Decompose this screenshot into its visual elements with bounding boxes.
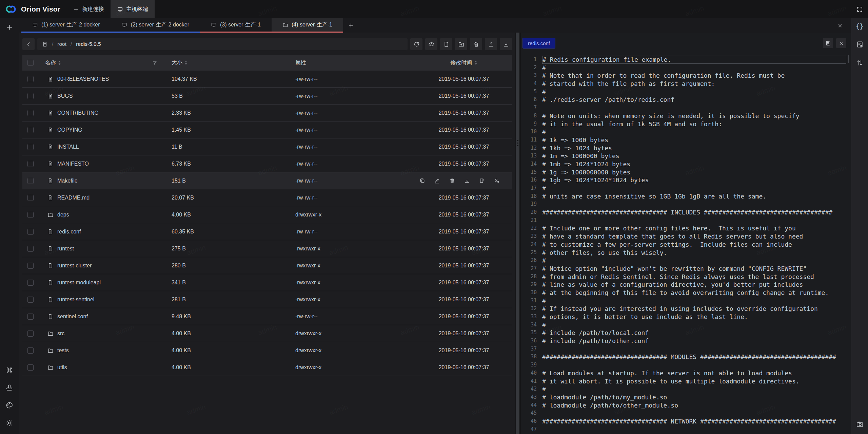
settings-button[interactable] [4,417,15,429]
editor-file-tab[interactable]: redis.conf [522,38,555,49]
copy-icon[interactable] [419,178,425,184]
select-all-checkbox[interactable] [27,60,34,66]
editor-line[interactable]: 16 # 1gb => 1024*1024*1024 bytes [521,176,851,184]
editor-line[interactable]: 38 ################################## MO… [521,353,851,361]
close-editor-button[interactable] [836,38,846,48]
editor-line[interactable]: 42 # [521,385,851,393]
editor-line[interactable]: 47 [521,426,851,434]
code-area[interactable]: 1 # Redis configuration file example. 2 … [521,54,851,433]
editor-line[interactable]: 35 # include /path/to/local.conf [521,329,851,337]
editor-line[interactable]: 40 # Load modules at startup. If the ser… [521,369,851,377]
editor-line[interactable]: 26 # [521,257,851,265]
file-row[interactable]: 00-RELEASENOTES 104.37 KB -rw-rw-r-- 201… [22,71,512,88]
row-checkbox[interactable] [27,93,34,99]
editor-line[interactable]: 21 [521,216,851,225]
tab-server-1[interactable]: (1) server-生产-2 docker [21,18,111,33]
sort-icon[interactable] [58,60,61,65]
editor-line[interactable]: 25 # other files, so use this wisely. [521,249,851,257]
editor-line[interactable]: 45 [521,409,851,417]
row-checkbox[interactable] [27,229,34,235]
tab-server-2[interactable]: (2) server-生产-2 docker [111,18,200,33]
editor-line[interactable]: 5 # [521,88,851,96]
editor-line[interactable]: 39 [521,361,851,369]
editor-line[interactable]: 43 # loadmodule /path/to/my_module.so [521,393,851,401]
row-checkbox[interactable] [27,347,34,354]
file-row[interactable]: src 4.00 KB drwxrwxr-x 2019-05-16 00:07:… [22,325,512,342]
file-row[interactable]: runtest-cluster 280 B -rwxrwxr-x 2019-05… [22,257,512,274]
editor-line[interactable]: 23 # have a standard template that goes … [521,232,851,241]
editor-line[interactable]: 8 # Note on units: when memory size is n… [521,112,851,120]
column-header-mtime[interactable]: 修改时间 [416,59,512,67]
new-tab-button[interactable] [343,18,359,33]
tab-server-3[interactable]: (3) server-生产-1 [200,18,272,33]
upload-button[interactable] [485,38,497,50]
download-button[interactable] [500,38,512,50]
editor-line[interactable]: 30 # at the beginning of this file to av… [521,289,851,297]
row-checkbox[interactable] [27,263,34,269]
editor-line[interactable]: 6 # ./redis-server /path/to/redis.conf [521,96,851,104]
panel-scrollbar[interactable] [516,33,519,434]
row-checkbox[interactable] [27,76,34,82]
file-row[interactable]: tests 4.00 KB drwxrwxr-x 2019-05-16 00:0… [22,342,512,359]
path-breadcrumb[interactable]: / root / redis-5.0.5 [37,38,408,50]
editor-line[interactable]: 27 # Notice option "include" won't be re… [521,265,851,273]
editor-line[interactable]: 22 # Include one or more other config fi… [521,224,851,232]
tab-server-4[interactable]: (4) server-生产-1 [272,18,343,33]
file-row[interactable]: redis.conf 60.35 KB -rw-rw-r-- 2019-05-1… [22,223,512,240]
editor-line[interactable]: 46 ################################## NE… [521,417,851,426]
file-row[interactable]: INSTALL 11 B -rw-rw-r-- 2019-05-16 00:07… [22,138,512,155]
row-checkbox[interactable] [27,280,34,286]
file-row[interactable]: runtest-sentinel 281 B -rwxrwxr-x 2019-0… [22,291,512,308]
save-button[interactable] [823,38,833,48]
file-row[interactable]: MANIFESTO 6.73 KB -rw-rw-r-- 2019-05-16 … [22,155,512,172]
sort-icon[interactable] [184,60,188,65]
row-checkbox[interactable] [27,144,34,150]
editor-line[interactable]: 10 # [521,128,851,136]
editor-line[interactable]: 14 # 1mb => 1024*1024 bytes [521,160,851,168]
toggle-hidden-files-button[interactable] [425,38,437,50]
editor-line[interactable]: 24 # to customize a few per-server setti… [521,241,851,249]
breadcrumb-current[interactable]: redis-5.0.5 [76,41,101,47]
editor-line[interactable]: 1 # Redis configuration file example. [521,56,851,64]
screenshot-button[interactable] [854,418,866,430]
row-checkbox[interactable] [27,178,34,184]
row-checkbox[interactable] [27,195,34,201]
file-row[interactable]: COPYING 1.45 KB -rw-rw-r-- 2019-05-16 00… [22,121,512,138]
editor-line[interactable]: 36 # include /path/to/other.conf [521,337,851,345]
file-row[interactable]: runtest-moduleapi 341 B -rwxrwxr-x 2019-… [22,274,512,291]
delete-button[interactable] [470,38,482,50]
editor-line[interactable]: 37 [521,345,851,353]
transfer-list-button[interactable] [854,57,866,69]
file-row[interactable]: utils 4.00 KB drwxrwxr-x 2019-05-16 00:0… [22,359,512,376]
editor-line[interactable]: 28 # from admin or Redis Sentinel. Since… [521,273,851,281]
editor-line[interactable]: 31 # [521,297,851,305]
permission-icon[interactable] [494,178,500,184]
breadcrumb-root[interactable]: root [57,41,66,47]
back-button[interactable] [22,38,35,50]
menu-new-connection[interactable]: 新建连接 [66,0,111,18]
file-row[interactable]: runtest 275 B -rwxrwxr-x 2019-05-16 00:0… [22,240,512,257]
fullscreen-button[interactable] [851,0,868,18]
new-file-button[interactable] [440,38,452,50]
refresh-button[interactable] [410,38,422,50]
move-icon[interactable] [479,178,485,184]
row-checkbox[interactable] [27,297,34,303]
editor-line[interactable]: 3 # Note that in order to read the confi… [521,72,851,80]
stamp-button[interactable] [4,382,15,393]
editor-line[interactable]: 4 # started with the file path as first … [521,80,851,88]
file-row[interactable]: sentinel.conf 9.48 KB -rw-rw-r-- 2019-05… [22,308,512,325]
editor-line[interactable]: 41 # it will abort. It is possible to us… [521,377,851,385]
editor-line[interactable]: 17 # [521,184,851,192]
editor-line[interactable]: 12 # 1kb => 1024 bytes [521,144,851,152]
editor-braces-button[interactable]: {} [854,20,866,32]
editor-line[interactable]: 20 ################################## IN… [521,208,851,216]
editor-line[interactable]: 9 # it in the usual form of 1k 5GB 4M an… [521,120,851,128]
close-all-tabs-button[interactable] [834,18,846,33]
row-checkbox[interactable] [27,127,34,133]
delete-icon[interactable] [449,178,455,184]
new-connection-button[interactable] [4,21,15,33]
row-checkbox[interactable] [27,364,34,371]
download-icon[interactable] [464,178,470,184]
editor-scrollbar-thumb[interactable] [848,55,849,63]
menu-host-terminal[interactable]: 主机终端 [111,0,155,18]
